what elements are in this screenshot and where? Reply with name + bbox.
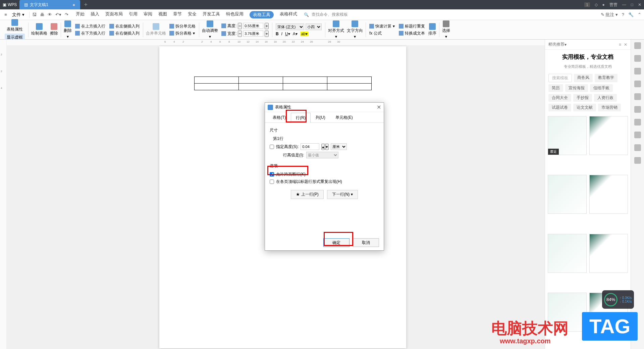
delete-button[interactable]: 删除▾ <box>62 20 73 40</box>
ok-button[interactable]: 确定 <box>323 238 350 247</box>
rail-icon[interactable] <box>634 157 641 164</box>
template-thumb[interactable] <box>589 234 628 273</box>
minimize-icon[interactable]: — <box>622 2 626 7</box>
align-button[interactable]: 对齐方式▾ <box>327 20 345 40</box>
template-thumb[interactable] <box>548 293 587 332</box>
tab-review[interactable]: 审阅 <box>144 11 152 18</box>
preview-icon[interactable]: 👁 <box>48 12 52 17</box>
cat-contract[interactable]: 合同大全 <box>548 94 571 102</box>
maximize-icon[interactable]: □ <box>631 2 633 7</box>
document-tab[interactable]: ▤ 文字文稿1 ● <box>19 0 80 9</box>
collapse-ribbon-icon[interactable]: ⌃ <box>638 12 641 17</box>
cat-education[interactable]: 教育教学 <box>595 74 618 82</box>
add-tab-button[interactable]: + <box>80 1 92 8</box>
text-direction-button[interactable]: 文字方向▾ <box>345 20 364 40</box>
panel-opts-icon[interactable]: ≡ <box>619 42 621 47</box>
menu-icon[interactable]: ≡ <box>3 12 9 18</box>
cat-hr[interactable]: 人资行政 <box>594 94 617 102</box>
rail-icon[interactable] <box>634 132 641 138</box>
wrench-icon[interactable]: 🔧 <box>628 12 634 17</box>
tab-special[interactable]: 特色应用 <box>226 11 244 18</box>
cat-handwrite[interactable]: 手抄报 <box>573 94 592 102</box>
quick-calc-button[interactable]: 快速计算▾ <box>369 23 395 30</box>
rail-icon[interactable] <box>634 81 641 87</box>
split-cells-button[interactable]: 拆分单元格 <box>169 23 196 30</box>
template-thumb[interactable] <box>548 175 587 214</box>
dlg-tab-table[interactable]: 表格(T) <box>268 112 291 122</box>
rail-icon[interactable] <box>634 93 641 100</box>
rail-icon[interactable] <box>634 55 641 62</box>
cat-marketing[interactable]: 市场营销 <box>598 104 621 111</box>
insert-row-below[interactable]: 在下方插入行 <box>75 30 105 37</box>
bold-icon[interactable]: B <box>276 32 279 36</box>
rail-icon[interactable] <box>634 119 641 126</box>
tab-reference[interactable]: 引用 <box>129 11 138 18</box>
dlg-tab-col[interactable]: 列(U) <box>311 112 330 122</box>
col-width-control[interactable]: 宽度: −+ <box>221 30 269 37</box>
dlg-tab-cell[interactable]: 单元格(E) <box>330 112 358 122</box>
sort-button[interactable]: 排序 <box>427 22 438 37</box>
rail-icon[interactable] <box>634 68 641 74</box>
draw-table-button[interactable]: 绘制表格 <box>30 22 49 37</box>
template-thumb[interactable]: 最近 <box>548 116 587 155</box>
highlight-icon[interactable]: ab▾ <box>300 32 309 36</box>
tab-security[interactable]: 安全 <box>188 11 197 18</box>
height-input[interactable] <box>301 143 319 150</box>
tab-layout[interactable]: 页面布局 <box>105 11 123 18</box>
underline-icon[interactable]: U▾ <box>285 32 290 36</box>
template-thumb[interactable] <box>548 234 587 273</box>
next-row-button[interactable]: 下一行(N) ▾ <box>327 190 358 199</box>
template-thumb[interactable] <box>589 116 628 155</box>
rail-icon[interactable] <box>634 144 641 151</box>
tab-view[interactable]: 视图 <box>158 11 167 18</box>
rail-icon[interactable] <box>634 42 641 49</box>
unit-select[interactable]: 厘米 <box>331 143 347 150</box>
undo-icon[interactable]: ↶▾ <box>55 12 61 17</box>
table-properties-button[interactable]: 表格属性 <box>5 18 24 33</box>
close-window-icon[interactable]: ✕ <box>638 2 641 7</box>
tab-table-tools[interactable]: 表格工具 <box>250 11 274 18</box>
allow-break-checkbox[interactable] <box>270 172 274 177</box>
insert-row-above[interactable]: 在上方插入行 <box>75 23 105 30</box>
cat-exam[interactable]: 试题试卷 <box>548 104 571 111</box>
split-table-button[interactable]: 拆分表格▾ <box>169 30 195 37</box>
row-height-control[interactable]: 高度: −+ <box>221 22 269 30</box>
font-color-icon[interactable]: A▾ <box>293 32 298 36</box>
notification-badge[interactable]: 1 <box>584 2 590 7</box>
user-avatar[interactable]: ● <box>602 2 605 7</box>
font-size-select[interactable]: 小四 <box>306 23 322 30</box>
prev-row-button[interactable]: ★ 上一行(P) <box>291 190 323 199</box>
convert-text-button[interactable]: 转换成文本 <box>399 30 425 37</box>
tab-section[interactable]: 章节 <box>173 11 182 18</box>
dialog-close-icon[interactable]: ✕ <box>377 104 381 110</box>
insert-col-left[interactable]: 在左侧插入列 <box>109 23 140 30</box>
tab-table-style[interactable]: 表格样式 <box>280 11 297 18</box>
template-search[interactable]: 搜索模板 <box>548 74 572 82</box>
tab-devtools[interactable]: 开发工具 <box>203 11 220 18</box>
repeat-header-button[interactable]: 标题行重复 <box>399 23 425 30</box>
redo-icon[interactable]: ↷ <box>65 12 68 17</box>
file-menu[interactable]: 文件 ▾ <box>10 12 26 18</box>
cancel-button[interactable]: 取消 <box>353 238 379 247</box>
font-select[interactable]: 宋体 (正文) <box>276 23 304 30</box>
rail-icon[interactable] <box>634 106 641 113</box>
eraser-button[interactable]: 擦除 <box>49 22 59 37</box>
formula-button[interactable]: fx 公式 <box>369 30 382 37</box>
tab-insert[interactable]: 插入 <box>91 11 99 18</box>
italic-icon[interactable]: I <box>281 32 282 36</box>
cat-thesis[interactable]: 论文文献 <box>573 104 596 111</box>
spin-up[interactable]: ▴ <box>321 144 325 150</box>
comment-button[interactable]: ✎ 批注 ▾ <box>601 12 618 18</box>
command-search[interactable]: 🔍 查找命令、搜索模板 <box>304 12 348 17</box>
cat-resume[interactable]: 简历 <box>548 84 563 92</box>
repeat-header-checkbox[interactable] <box>270 180 274 184</box>
save-icon[interactable]: 🖫 <box>32 12 37 17</box>
insert-col-right[interactable]: 在右侧插入列 <box>109 30 140 37</box>
select-button[interactable]: 选择▾ <box>441 20 451 40</box>
auto-adjust-button[interactable]: 自动调整▾ <box>201 20 219 40</box>
help-icon[interactable]: ? <box>622 12 624 17</box>
cat-business[interactable]: 商务风 <box>574 74 593 82</box>
cat-poster[interactable]: 宣传海报 <box>565 84 588 92</box>
panel-close-icon[interactable]: ✕ <box>624 42 627 47</box>
close-tab-icon[interactable]: ● <box>72 2 75 7</box>
